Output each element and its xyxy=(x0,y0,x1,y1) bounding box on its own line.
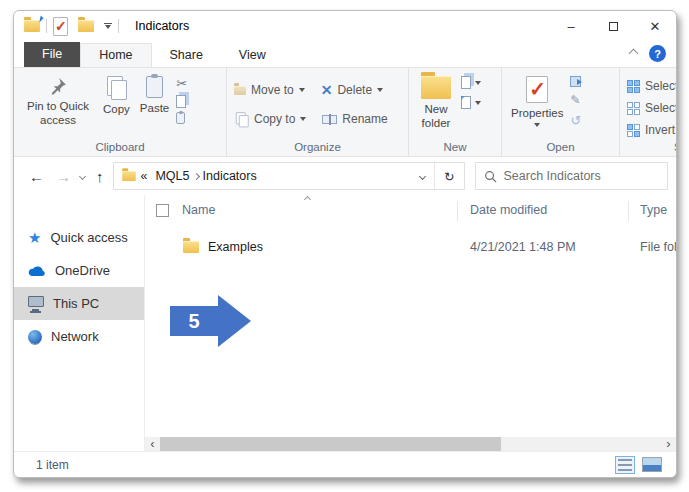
breadcrumb-separator-icon[interactable] xyxy=(192,172,199,179)
recent-locations-icon[interactable] xyxy=(79,172,86,179)
details-view-button[interactable] xyxy=(615,456,635,474)
history-icon: ↺ xyxy=(570,113,581,128)
paste-shortcut-icon[interactable] xyxy=(176,112,185,124)
delete-label: Delete xyxy=(337,83,372,97)
move-to-button[interactable]: Move to xyxy=(231,80,308,100)
select-none-button[interactable]: Select none xyxy=(624,99,677,117)
file-name: Examples xyxy=(208,240,263,254)
breadcrumb-prefix: « xyxy=(141,169,148,183)
open-group-label: Open xyxy=(506,140,615,155)
column-divider[interactable] xyxy=(628,201,629,221)
sidebar-item-network[interactable]: Network xyxy=(14,320,144,353)
address-dropdown-button[interactable] xyxy=(411,163,434,189)
cut-icon[interactable]: ✂ xyxy=(176,76,187,91)
maximize-button[interactable] xyxy=(592,11,634,41)
page: Indicators – ✕ File Home Share View ? xyxy=(0,0,689,492)
select-checkbox[interactable] xyxy=(156,204,169,217)
easy-access-button[interactable] xyxy=(461,76,481,89)
up-button[interactable]: ↑ xyxy=(93,168,107,185)
copy-button[interactable]: Copy xyxy=(98,72,135,118)
ribbon-group-open: Properties ✎ ↺ Open xyxy=(502,68,620,156)
paste-icon xyxy=(146,76,163,98)
copy-icon xyxy=(107,76,126,99)
new-folder-icon xyxy=(421,76,451,99)
forward-button: → xyxy=(53,168,74,185)
tab-share[interactable]: Share xyxy=(152,44,221,67)
file-row-examples[interactable]: Examples 4/21/2021 1:48 PM File folder xyxy=(145,235,676,259)
paste-label: Paste xyxy=(140,101,169,115)
column-header-type[interactable]: Type xyxy=(640,203,667,217)
chevron-down-icon xyxy=(475,81,481,85)
scroll-left-icon[interactable]: ‹ xyxy=(145,437,160,451)
item-count: 1 item xyxy=(36,458,69,472)
qat-properties-icon[interactable] xyxy=(53,17,68,36)
invert-selection-icon xyxy=(627,124,640,137)
breadcrumb-indicators[interactable]: Indicators xyxy=(203,169,257,183)
properties-label: Properties xyxy=(511,106,563,120)
cloud-icon xyxy=(28,265,46,277)
tab-home[interactable]: Home xyxy=(80,43,151,67)
chevron-down-icon xyxy=(299,88,305,92)
folder-icon xyxy=(183,241,199,253)
annotation-step-number: 5 xyxy=(170,306,218,336)
refresh-button[interactable]: ↻ xyxy=(434,163,463,189)
rename-button[interactable]: Rename xyxy=(319,108,390,130)
help-icon[interactable]: ? xyxy=(649,45,666,62)
copy-to-label: Copy to xyxy=(254,112,295,126)
tab-file[interactable]: File xyxy=(24,42,80,67)
invert-selection-button[interactable]: Invert selection xyxy=(624,121,677,139)
breadcrumb-mql5[interactable]: MQL5 xyxy=(155,169,189,183)
copy-label: Copy xyxy=(103,102,130,116)
column-header-name[interactable]: Name xyxy=(182,203,215,217)
tab-view[interactable]: View xyxy=(221,44,284,67)
copy-to-button[interactable]: Copy to xyxy=(231,108,309,130)
collapse-ribbon-icon[interactable] xyxy=(629,49,639,59)
column-header-row: Name Date modified Type xyxy=(145,199,676,221)
file-type: File folder xyxy=(640,240,676,254)
address-bar[interactable]: « MQL5 Indicators ↻ xyxy=(113,162,465,190)
ribbon-group-clipboard: Pin to Quick access Copy Paste ✂ xyxy=(14,68,227,156)
search-box[interactable] xyxy=(475,162,669,190)
horizontal-scrollbar[interactable]: ‹ › xyxy=(145,437,676,451)
scrollbar-track[interactable] xyxy=(160,437,661,451)
new-item-icon xyxy=(461,96,471,109)
search-input[interactable] xyxy=(504,169,660,183)
ribbon-group-new: New folder New xyxy=(409,68,502,156)
sidebar-item-this-pc[interactable]: This PC xyxy=(14,287,144,320)
explorer-window: Indicators – ✕ File Home Share View ? xyxy=(13,10,677,478)
open-icon[interactable] xyxy=(570,76,581,87)
sort-ascending-icon[interactable] xyxy=(304,196,311,203)
pin-to-quick-access-button[interactable]: Pin to Quick access xyxy=(18,72,98,130)
ribbon: Pin to Quick access Copy Paste ✂ xyxy=(14,67,676,157)
delete-button[interactable]: ✕ Delete xyxy=(318,80,386,100)
qat-new-folder-icon[interactable] xyxy=(78,20,94,32)
column-divider[interactable] xyxy=(457,201,458,221)
select-all-button[interactable]: Select all xyxy=(624,77,677,95)
sidebar-item-onedrive[interactable]: OneDrive xyxy=(14,254,144,287)
edit-icon[interactable]: ✎ xyxy=(570,93,581,107)
thumbnail-view-button[interactable] xyxy=(642,457,662,472)
paste-button[interactable]: Paste xyxy=(135,72,174,117)
scrollbar-thumb[interactable] xyxy=(160,437,501,451)
sidebar-item-label: This PC xyxy=(53,296,99,311)
scroll-right-icon[interactable]: › xyxy=(661,437,676,451)
close-button[interactable]: ✕ xyxy=(634,11,676,41)
qat-customize-icon[interactable] xyxy=(104,23,112,30)
sidebar-item-quick-access[interactable]: ★ Quick access xyxy=(14,221,144,254)
new-group-label: New xyxy=(413,140,497,155)
back-button[interactable]: ← xyxy=(26,168,47,185)
breadcrumb-folder-icon xyxy=(122,171,136,181)
status-bar: 1 item xyxy=(14,451,676,477)
minimize-button[interactable]: – xyxy=(550,11,592,41)
file-list: Name Date modified Type Examples 4/21/20… xyxy=(145,195,676,451)
copy-path-icon[interactable] xyxy=(176,95,186,108)
rename-icon xyxy=(322,115,337,124)
easy-access-icon xyxy=(461,76,471,89)
pin-icon xyxy=(48,76,68,96)
chevron-down-icon xyxy=(534,123,540,127)
new-item-button[interactable] xyxy=(461,96,481,109)
column-header-date-modified[interactable]: Date modified xyxy=(470,203,547,217)
properties-button[interactable]: Properties xyxy=(506,72,568,129)
pin-to-quick-access-label: Pin to Quick access xyxy=(23,99,93,128)
new-folder-button[interactable]: New folder xyxy=(413,72,459,133)
